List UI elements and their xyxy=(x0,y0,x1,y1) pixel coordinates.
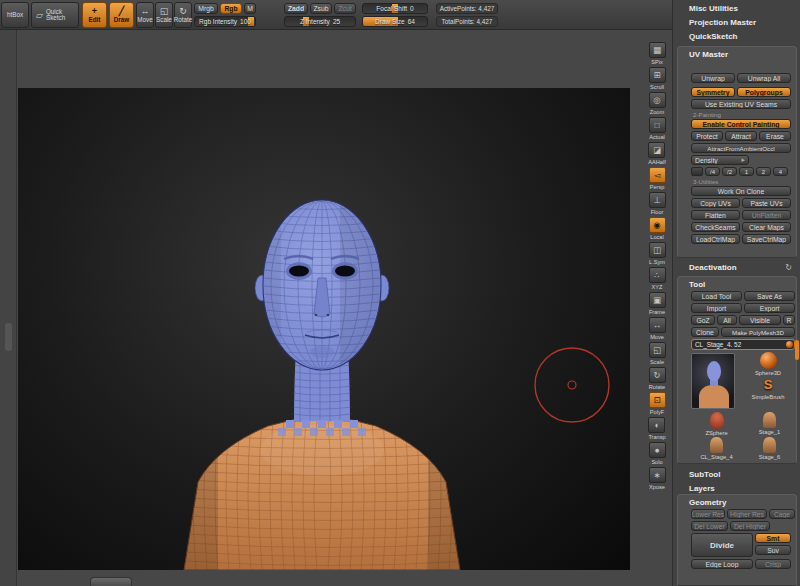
tool-item-zsphere[interactable]: ZSphere xyxy=(691,412,742,436)
visible-button[interactable]: Visible xyxy=(739,315,781,325)
xpose-icon[interactable]: ∗ xyxy=(649,467,666,483)
tool-title[interactable]: Tool xyxy=(681,279,793,291)
m-button[interactable]: M xyxy=(244,3,256,14)
edge-loop-button[interactable]: Edge Loop xyxy=(691,559,753,569)
shelf-item-xpose[interactable]: ∗Xpose xyxy=(649,467,666,490)
sculpt-viewport[interactable] xyxy=(18,88,630,570)
higher-res-button[interactable]: Higher Res xyxy=(727,509,767,519)
xyz-icon[interactable]: ∴ xyxy=(649,267,666,283)
unflatten-button[interactable]: UnFlatten xyxy=(742,210,791,220)
scale-button[interactable]: ◱ Scale xyxy=(155,2,173,28)
density-cell-4[interactable]: /4 xyxy=(705,167,720,176)
del-lower-button[interactable]: Del Lower xyxy=(691,521,728,531)
shelf-item-frame[interactable]: ▣Frame xyxy=(649,292,666,315)
shelf-item-xyz[interactable]: ∴XYZ xyxy=(649,267,666,290)
shelf-item-rotate[interactable]: ↻Rotate xyxy=(649,367,666,390)
tray-scrollbar-thumb[interactable] xyxy=(795,340,799,360)
tool-item-simplebrush[interactable]: SSimpleBrush xyxy=(741,376,795,400)
zadd-button[interactable]: Zadd xyxy=(284,3,308,14)
local-icon[interactable]: ◉ xyxy=(649,217,666,233)
shelf-item-local[interactable]: ◉Local xyxy=(649,217,666,240)
focal-shift-slider[interactable]: Focal Shift0 xyxy=(362,3,428,14)
palette-header-quicksketch[interactable]: QuickSketch xyxy=(677,30,792,43)
density-cell-2[interactable]: /2 xyxy=(722,167,737,176)
polygroups-button[interactable]: Polygroups xyxy=(737,87,791,97)
r-button[interactable]: R xyxy=(783,315,795,325)
attract-from-ambient-occl-button[interactable]: AttractFromAmbientOccl xyxy=(691,143,791,153)
density-cell-4[interactable]: 4 xyxy=(773,167,788,176)
rgb-button[interactable]: Rgb xyxy=(220,3,242,14)
enable-control-painting-button[interactable]: Enable Control Painting xyxy=(691,119,791,129)
tool-item-stage-6[interactable]: Stage_6 xyxy=(744,437,795,460)
draw-size-slider[interactable]: Draw Size64 xyxy=(362,16,428,27)
draw-button[interactable]: ╱ Draw xyxy=(109,2,134,28)
shelf-item-l-sym[interactable]: ◫L.Sym xyxy=(649,242,666,265)
clone-button[interactable]: Clone xyxy=(691,327,719,337)
edit-button[interactable]: + Edit xyxy=(82,2,107,28)
frame-icon[interactable]: ▣ xyxy=(649,292,666,308)
shelf-item-actual[interactable]: □Actual xyxy=(649,117,666,140)
aahalf-icon[interactable]: ◪ xyxy=(648,142,665,158)
tool-item-sphere3d[interactable]: Sphere3D xyxy=(741,352,795,376)
move-icon[interactable]: ↔ xyxy=(649,317,666,333)
zoom-icon[interactable]: ◎ xyxy=(649,92,666,108)
crisp-toggle[interactable]: Crisp xyxy=(755,559,791,569)
density-cell-1[interactable]: 1 xyxy=(739,167,754,176)
tool-item-stage-1[interactable]: Stage_1 xyxy=(744,412,795,436)
actual-icon[interactable]: □ xyxy=(649,117,666,133)
density-cell-2[interactable]: 2 xyxy=(756,167,771,176)
shelf-item-polyf[interactable]: ⊡PolyF xyxy=(649,392,666,415)
rgb-intensity-slider[interactable]: Rgb Intensity100 xyxy=(194,16,256,27)
clear-maps-button[interactable]: Clear Maps xyxy=(742,222,791,232)
goz-button[interactable]: GoZ xyxy=(691,315,715,325)
attract-button[interactable]: Attract xyxy=(725,131,757,141)
shelf-item-solo[interactable]: ●Solo xyxy=(649,442,666,465)
scroll-icon[interactable]: ⊞ xyxy=(649,67,666,83)
l-sym-icon[interactable]: ◫ xyxy=(649,242,666,258)
palette-header-misc-utilities[interactable]: Misc Utilities xyxy=(677,2,792,15)
protect-button[interactable]: Protect xyxy=(691,131,723,141)
scale-icon[interactable]: ◱ xyxy=(649,342,666,358)
move-button[interactable]: ↔ Move xyxy=(136,2,154,28)
export-button[interactable]: Export xyxy=(744,303,795,313)
save-as-button[interactable]: Save As xyxy=(744,291,795,301)
transp-icon[interactable]: ◐ xyxy=(648,417,665,433)
shelf-item-persp[interactable]: ◅Persp xyxy=(649,167,666,190)
palette-header-projection-master[interactable]: Projection Master xyxy=(677,16,792,29)
tool-item-cl-stage-4[interactable]: CL_Stage_4 xyxy=(691,437,742,460)
spix-icon[interactable]: ▦ xyxy=(649,42,666,58)
make-polymesh3d-button[interactable]: Make PolyMesh3D xyxy=(721,327,795,337)
use-existing-uv-seams-button[interactable]: Use Existing UV Seams xyxy=(691,99,791,109)
import-button[interactable]: Import xyxy=(691,303,742,313)
shelf-item-move[interactable]: ↔Move xyxy=(649,317,666,340)
symmetry-button[interactable]: Symmetry xyxy=(691,87,735,97)
mrgb-button[interactable]: Mrgb xyxy=(194,3,218,14)
floor-icon[interactable]: ⊥ xyxy=(649,192,666,208)
shelf-item-zoom[interactable]: ◎Zoom xyxy=(649,92,666,115)
palette-header-deactivation[interactable]: Deactivation ↻ xyxy=(677,261,792,274)
zsub-button[interactable]: Zsub xyxy=(310,3,332,14)
lower-res-button[interactable]: Lower Res xyxy=(691,509,725,519)
suv-toggle[interactable]: Suv xyxy=(755,545,791,555)
unwrap-button[interactable]: Unwrap xyxy=(691,73,735,83)
refresh-icon[interactable]: ↻ xyxy=(785,263,792,272)
work-on-clone-button[interactable]: Work On Clone xyxy=(691,186,791,196)
cage-button[interactable]: Cage xyxy=(769,509,795,519)
rotate-button[interactable]: ↻ Rotate xyxy=(174,2,192,28)
z-intensity-slider[interactable]: Z Intensity25 xyxy=(284,16,356,27)
load-ctrl-map-button[interactable]: LoadCtrlMap xyxy=(691,234,740,244)
shelf-item-floor[interactable]: ⊥Floor xyxy=(649,192,666,215)
rotate-icon[interactable]: ↻ xyxy=(649,367,666,383)
palette-header-subtool[interactable]: SubTool xyxy=(677,468,792,481)
load-tool-button[interactable]: Load Tool xyxy=(691,291,742,301)
smt-toggle[interactable]: Smt xyxy=(755,533,791,543)
document-canvas[interactable] xyxy=(18,88,630,570)
density-button[interactable]: Density ▸ xyxy=(691,155,749,165)
shelf-item-scale[interactable]: ◱Scale xyxy=(649,342,666,365)
paste-uvs-button[interactable]: Paste UVs xyxy=(742,198,791,208)
lightbox-button[interactable]: htBox xyxy=(1,2,29,28)
density-color-chip[interactable] xyxy=(691,167,703,176)
all-button[interactable]: All xyxy=(717,315,737,325)
shelf-item-spix[interactable]: ▦SPix xyxy=(649,42,666,65)
solo-icon[interactable]: ● xyxy=(649,442,666,458)
